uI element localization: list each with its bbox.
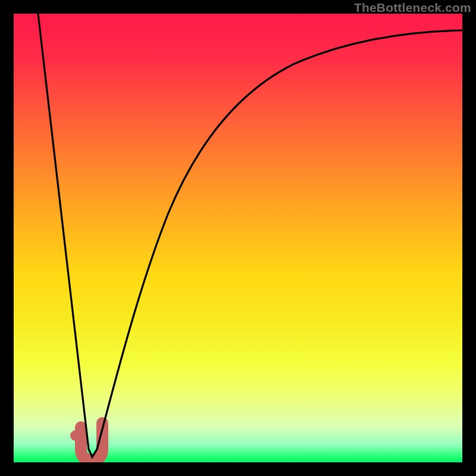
curve-svg: [14, 14, 462, 462]
chart-frame: TheBottleneck.com: [0, 0, 476, 476]
watermark-text: TheBottleneck.com: [354, 1, 471, 15]
j-marker-dot: [70, 430, 81, 441]
bottleneck-curve: [38, 14, 462, 457]
plot-area: [14, 14, 462, 462]
